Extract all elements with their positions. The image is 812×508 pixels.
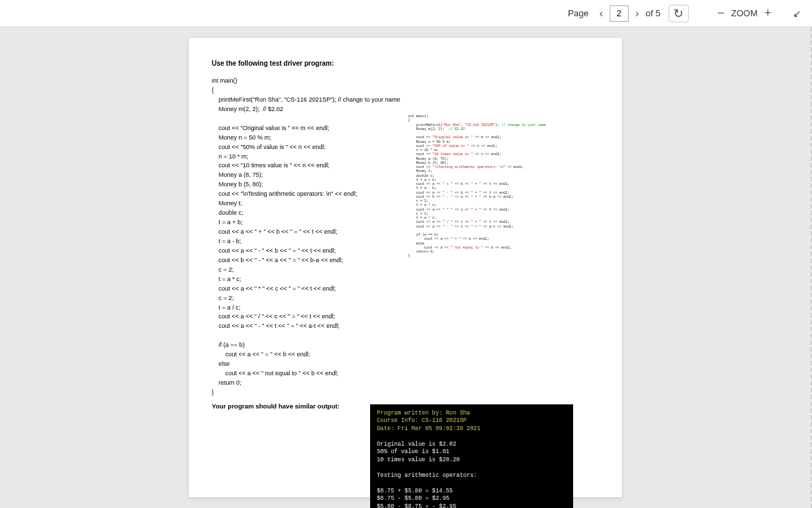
zoom-in-button[interactable]: + [764, 6, 771, 20]
page-count-label: of 5 [646, 8, 660, 18]
ide-code-thumbnail: int main() { printMeFirst("Ron Sha", "CS… [408, 114, 599, 259]
main-code-block: int main() { printMeFirst("Ron Sha", "CS… [212, 77, 401, 398]
toolbar: Page ‹ › of 5 ↻ − ZOOM + ↙︎ [0, 0, 812, 27]
collapse-icon[interactable]: ↙︎ [793, 8, 801, 19]
terminal-body: Original value is $2.02 50% of value is … [377, 441, 477, 508]
document-viewer: Use the following test driver program: i… [0, 27, 812, 508]
page-navigation: Page ‹ › of 5 [568, 5, 660, 22]
prev-page-button[interactable]: ‹ [597, 6, 606, 21]
reload-button[interactable]: ↻ [669, 5, 689, 22]
zoom-controls: − ZOOM + [717, 6, 771, 20]
terminal-header: Program written by: Ron Sha Course Info:… [377, 410, 480, 432]
section-heading: Use the following test driver program: [212, 58, 599, 68]
zoom-out-button[interactable]: − [717, 6, 725, 20]
output-label: Your program should have similar output: [212, 402, 361, 411]
page-number-input[interactable] [610, 5, 629, 22]
document-page: Use the following test driver program: i… [189, 38, 622, 497]
terminal-output: Program written by: Ron Sha Course Info:… [370, 404, 573, 508]
zoom-label: ZOOM [731, 8, 757, 18]
page-label: Page [568, 8, 588, 18]
next-page-button[interactable]: › [633, 6, 641, 21]
